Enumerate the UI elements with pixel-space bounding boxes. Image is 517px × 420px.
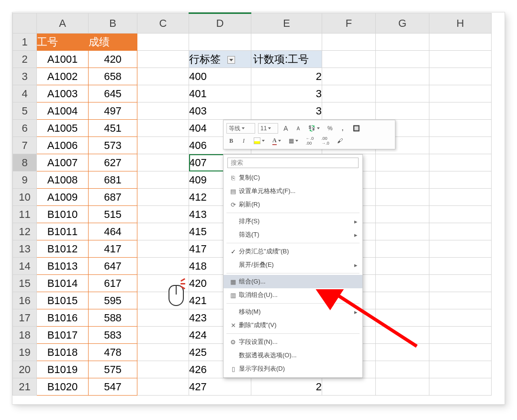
col-header-D[interactable]: D <box>189 13 251 34</box>
cell[interactable] <box>322 34 376 51</box>
pivot-value-cell[interactable]: 3 <box>251 85 322 102</box>
cell-score[interactable]: 687 <box>89 189 137 206</box>
cell-score[interactable]: 478 <box>89 344 137 361</box>
cell[interactable] <box>429 327 492 344</box>
pivot-label-cell[interactable]: 403 <box>189 102 251 120</box>
cell[interactable] <box>137 258 189 275</box>
fill-color-button[interactable] <box>251 136 267 146</box>
row-header[interactable]: 4 <box>13 85 37 102</box>
shrink-font-button[interactable]: A <box>293 123 303 134</box>
menu-filter[interactable]: 筛选(T) <box>224 228 362 241</box>
cell-score[interactable]: 451 <box>89 120 137 137</box>
pivot-rowlabel-header[interactable]: 行标签 <box>189 51 251 68</box>
cell-id[interactable]: B1010 <box>37 206 89 223</box>
cell-score[interactable]: 575 <box>89 361 137 378</box>
cell-id[interactable]: A1008 <box>37 171 89 189</box>
percent-button[interactable]: % <box>325 123 335 134</box>
cell-id[interactable]: A1007 <box>37 154 89 171</box>
cell[interactable] <box>429 361 492 378</box>
cell[interactable] <box>137 223 189 240</box>
cell[interactable] <box>376 171 429 189</box>
row-header[interactable]: 17 <box>13 309 37 327</box>
cell-id[interactable]: B1012 <box>37 240 89 258</box>
grow-font-button[interactable]: A <box>281 123 291 134</box>
menu-delete[interactable]: ✕删除"成绩"(V) <box>224 318 362 332</box>
cell[interactable] <box>376 327 429 344</box>
cell[interactable] <box>137 171 189 189</box>
select-all-corner[interactable] <box>13 13 37 34</box>
cell-id[interactable]: B1019 <box>37 361 89 378</box>
cell[interactable] <box>322 378 376 396</box>
cell-score[interactable]: 497 <box>89 102 137 120</box>
row-header-1[interactable]: 1 <box>13 34 37 51</box>
cell[interactable] <box>429 137 492 154</box>
cell[interactable] <box>137 102 189 120</box>
menu-move[interactable]: 移动(M) <box>224 305 362 318</box>
row-header[interactable]: 10 <box>13 189 37 206</box>
cell-id[interactable]: B1016 <box>37 309 89 327</box>
cell[interactable] <box>429 85 492 102</box>
cell[interactable] <box>189 34 251 51</box>
cell[interactable] <box>429 275 492 292</box>
cell-score[interactable]: 658 <box>89 68 137 85</box>
row-header[interactable]: 15 <box>13 275 37 292</box>
cell[interactable] <box>376 258 429 275</box>
cell-id[interactable]: A1003 <box>37 85 89 102</box>
header-score[interactable]: 成绩 <box>89 34 137 51</box>
header-id[interactable]: 工号 <box>37 34 89 51</box>
cell[interactable] <box>137 327 189 344</box>
cell[interactable] <box>429 223 492 240</box>
row-header[interactable]: 18 <box>13 327 37 344</box>
pivot-filter-dropdown[interactable] <box>227 56 235 64</box>
cell[interactable] <box>137 120 189 137</box>
cell-id[interactable]: A1006 <box>37 137 89 154</box>
cell-score[interactable]: 583 <box>89 327 137 344</box>
cell[interactable] <box>429 154 492 171</box>
cell[interactable] <box>322 102 376 120</box>
cell-score[interactable]: 645 <box>89 85 137 102</box>
cell-id[interactable]: B1011 <box>37 223 89 240</box>
cell[interactable] <box>376 189 429 206</box>
cell[interactable] <box>429 258 492 275</box>
menu-field-settings[interactable]: ⚙字段设置(N)... <box>224 335 362 349</box>
menu-expand-collapse[interactable]: 展开/折叠(E) <box>224 258 362 272</box>
cell-id[interactable]: B1015 <box>37 292 89 309</box>
cell-id[interactable]: A1005 <box>37 120 89 137</box>
format-painter-button[interactable]: 🔲 <box>350 123 362 134</box>
cell-score[interactable]: 420 <box>89 51 137 68</box>
cell[interactable] <box>429 68 492 85</box>
accounting-format-button[interactable]: 💱 <box>306 123 322 134</box>
cell-id[interactable]: B1018 <box>37 344 89 361</box>
menu-copy[interactable]: ⎘复制(C) <box>224 171 362 184</box>
cell[interactable] <box>429 189 492 206</box>
cell-id[interactable]: A1001 <box>37 51 89 68</box>
cell[interactable] <box>137 34 189 51</box>
row-header[interactable]: 11 <box>13 206 37 223</box>
cell-score[interactable]: 595 <box>89 292 137 309</box>
row-header[interactable]: 21 <box>13 378 37 396</box>
menu-show-field-list[interactable]: ▯显示字段列表(D) <box>224 362 362 375</box>
cell[interactable] <box>322 85 376 102</box>
cell[interactable] <box>376 51 429 68</box>
cell[interactable] <box>429 102 492 120</box>
cell[interactable] <box>429 120 492 137</box>
col-header-G[interactable]: G <box>376 13 429 34</box>
row-header[interactable]: 19 <box>13 344 37 361</box>
col-header-C[interactable]: C <box>137 13 189 34</box>
cell[interactable] <box>376 154 429 171</box>
pivot-label-cell[interactable]: 400 <box>189 68 251 85</box>
pivot-value-cell[interactable]: 2 <box>251 378 322 396</box>
cell[interactable] <box>137 51 189 68</box>
cell-score[interactable]: 547 <box>89 378 137 396</box>
pivot-value-cell[interactable]: 2 <box>251 68 322 85</box>
cell[interactable] <box>137 309 189 327</box>
cell-id[interactable]: B1013 <box>37 258 89 275</box>
cell-score[interactable]: 573 <box>89 137 137 154</box>
row-header[interactable]: 8 <box>13 154 37 171</box>
row-header[interactable]: 16 <box>13 292 37 309</box>
cell[interactable] <box>429 51 492 68</box>
cell-score[interactable]: 627 <box>89 154 137 171</box>
cell[interactable] <box>251 34 322 51</box>
cell[interactable] <box>137 378 189 396</box>
comma-style-button[interactable]: , <box>338 123 348 134</box>
